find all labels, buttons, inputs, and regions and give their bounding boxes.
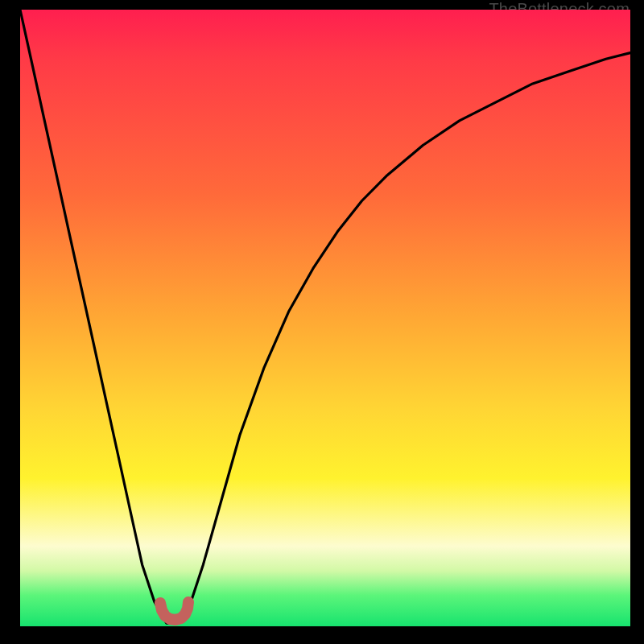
bottleneck-curve <box>20 10 630 623</box>
curve-layer <box>20 10 630 626</box>
plot-area <box>20 10 630 626</box>
chart-frame: TheBottleneck.com <box>0 0 644 644</box>
minimum-marker <box>160 602 188 620</box>
